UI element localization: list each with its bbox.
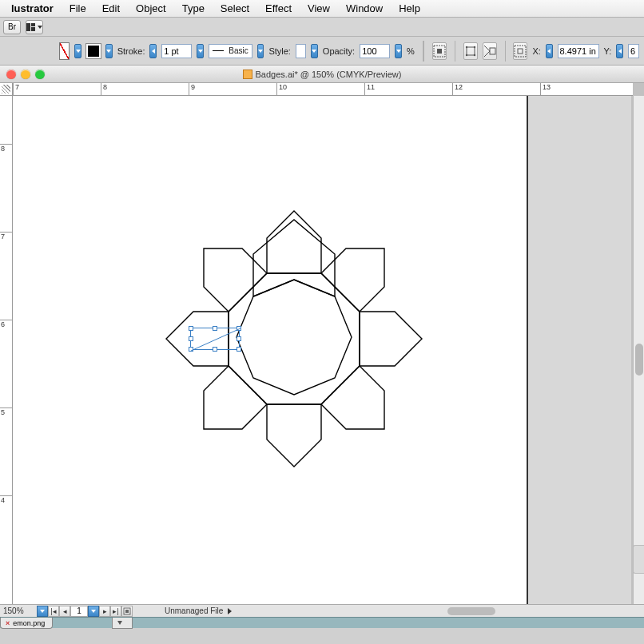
opacity-unit: % xyxy=(407,46,415,56)
artboard-dropdown[interactable] xyxy=(88,606,99,617)
artboard-number-input[interactable] xyxy=(70,606,88,617)
align-panel-icon[interactable] xyxy=(432,42,447,60)
ruler-origin[interactable] xyxy=(0,83,13,96)
svg-point-9 xyxy=(474,54,475,55)
stroke-weight-input[interactable] xyxy=(161,44,192,58)
svg-marker-13 xyxy=(237,280,352,395)
zoom-dropdown[interactable] xyxy=(37,606,48,617)
document-title: Badges.ai* @ 150% (CMYK/Preview) xyxy=(256,70,402,79)
stroke-swatch[interactable] xyxy=(86,44,101,58)
y-label: Y: xyxy=(604,46,612,56)
zoom-level[interactable]: 150% xyxy=(0,606,37,615)
fill-swatch[interactable] xyxy=(59,42,70,60)
svg-marker-20 xyxy=(321,248,384,312)
dock-tabs: × emon.png xyxy=(0,617,644,628)
prev-artboard-button[interactable]: ◂ xyxy=(59,606,70,617)
status-menu-icon[interactable] xyxy=(228,608,232,614)
svg-rect-12 xyxy=(518,49,523,54)
svg-marker-15 xyxy=(229,273,360,404)
stroke-weight-dropdown[interactable] xyxy=(197,44,204,58)
chevron-down-icon xyxy=(38,26,42,29)
svg-rect-26 xyxy=(125,610,129,613)
pasteboard xyxy=(527,96,631,604)
stroke-weight-stepper[interactable] xyxy=(149,44,157,58)
transform-panel-icon[interactable] xyxy=(463,42,478,60)
opacity-input[interactable] xyxy=(360,44,390,58)
horizontal-scrollbar-thumb[interactable] xyxy=(447,607,495,615)
y-input[interactable] xyxy=(628,44,639,58)
svg-line-24 xyxy=(191,328,241,351)
control-bar: Stroke: Basic Style: Opacity: % X: Y: xyxy=(0,37,644,66)
menu-type[interactable]: Type xyxy=(174,2,213,14)
svg-rect-2 xyxy=(31,27,35,31)
vertical-scrollbar[interactable] xyxy=(633,96,644,604)
collapsed-panel-handle[interactable] xyxy=(633,545,644,574)
menu-select[interactable]: Select xyxy=(213,2,257,14)
svg-marker-14 xyxy=(253,220,335,296)
svg-rect-10 xyxy=(490,48,495,54)
svg-rect-5 xyxy=(467,47,475,55)
svg-rect-1 xyxy=(31,23,35,26)
svg-marker-21 xyxy=(204,248,267,312)
svg-rect-4 xyxy=(437,49,442,54)
menu-bar: lustrator File Edit Object Type Select E… xyxy=(0,0,644,18)
svg-marker-23 xyxy=(204,366,267,429)
svg-point-8 xyxy=(466,54,467,55)
app-name: lustrator xyxy=(3,2,62,14)
menu-edit[interactable]: Edit xyxy=(94,2,128,14)
document-icon xyxy=(243,70,252,79)
svg-point-7 xyxy=(474,46,475,47)
menu-window[interactable]: Window xyxy=(338,2,391,14)
minimize-window-button[interactable] xyxy=(21,70,30,79)
canvas[interactable] xyxy=(13,96,633,604)
selection-bounding-box[interactable] xyxy=(190,328,240,350)
graphic-style-swatch[interactable] xyxy=(296,44,306,58)
brush-preview[interactable]: Basic xyxy=(209,44,252,58)
opacity-dropdown[interactable] xyxy=(395,44,402,58)
artboard-nav-icon[interactable] xyxy=(121,606,133,617)
svg-marker-17 xyxy=(267,404,321,467)
svg-point-6 xyxy=(466,46,467,47)
dock-tab-menu[interactable] xyxy=(112,618,133,629)
status-bar: 150% |◂ ◂ ▸ ▸| Unmanaged File xyxy=(0,604,644,617)
x-stepper[interactable] xyxy=(546,44,553,58)
vertical-ruler[interactable]: 8 7 6 5 4 xyxy=(0,96,13,604)
y-stepper[interactable] xyxy=(616,44,623,58)
dock-tab-emon[interactable]: × emon.png xyxy=(0,618,53,629)
menu-effect[interactable]: Effect xyxy=(257,2,300,14)
brush-dropdown[interactable] xyxy=(257,44,264,58)
svg-rect-11 xyxy=(515,46,526,57)
close-window-button[interactable] xyxy=(6,70,16,79)
color-management-status: Unmanaged File xyxy=(165,606,223,615)
zoom-window-button[interactable] xyxy=(35,70,45,79)
scrollbar-thumb[interactable] xyxy=(635,344,643,376)
stroke-menu-button[interactable] xyxy=(105,44,113,58)
document-window: Badges.ai* @ 150% (CMYK/Preview) 7 8 9 1… xyxy=(0,66,644,628)
menu-file[interactable]: File xyxy=(62,2,94,14)
edit-clip-icon[interactable] xyxy=(513,42,527,60)
style-label: Style: xyxy=(268,46,291,56)
next-artboard-button[interactable]: ▸ xyxy=(99,606,110,617)
svg-rect-0 xyxy=(26,23,30,31)
first-artboard-button[interactable]: |◂ xyxy=(48,606,59,617)
x-label: X: xyxy=(532,46,540,56)
x-input[interactable] xyxy=(558,44,599,58)
svg-marker-22 xyxy=(321,366,384,429)
close-icon[interactable]: × xyxy=(6,619,10,627)
opacity-label: Opacity: xyxy=(323,46,355,56)
horizontal-ruler[interactable]: 7 8 9 10 11 12 13 xyxy=(13,83,633,96)
stroke-label: Stroke: xyxy=(117,46,145,56)
last-artboard-button[interactable]: ▸| xyxy=(110,606,121,617)
window-titlebar: Badges.ai* @ 150% (CMYK/Preview) xyxy=(0,66,644,83)
arrange-documents-button[interactable] xyxy=(26,20,43,34)
app-bar: Br xyxy=(0,18,644,37)
fill-menu-button[interactable] xyxy=(74,44,81,58)
style-dropdown[interactable] xyxy=(311,44,318,58)
svg-marker-19 xyxy=(360,312,422,366)
menu-help[interactable]: Help xyxy=(391,2,428,14)
isolate-icon[interactable] xyxy=(483,42,497,60)
menu-object[interactable]: Object xyxy=(128,2,174,14)
bridge-button[interactable]: Br xyxy=(3,20,21,34)
menu-view[interactable]: View xyxy=(300,2,338,14)
